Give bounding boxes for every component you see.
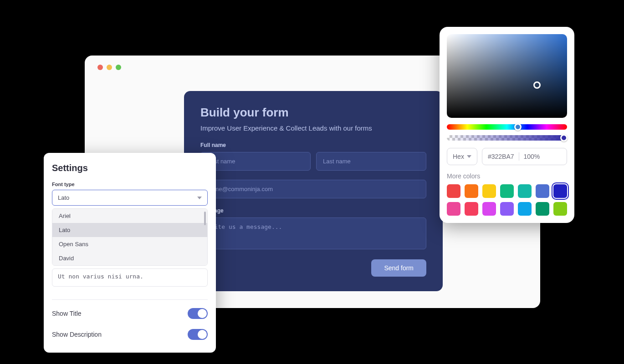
send-form-button[interactable]: Send form (371, 259, 426, 277)
hue-handle[interactable] (514, 123, 522, 131)
hex-divider (519, 152, 519, 161)
form-title: Build your form (200, 106, 426, 120)
swatch-grid (447, 184, 567, 216)
color-swatch[interactable] (465, 184, 478, 198)
color-swatch[interactable] (447, 202, 460, 216)
font-select-value: Lato (58, 194, 69, 201)
color-format-select[interactable]: Hex (447, 148, 477, 165)
color-saturation-field[interactable] (447, 34, 567, 118)
color-swatch[interactable] (553, 184, 567, 198)
show-description-label: Show Description (52, 331, 102, 338)
color-swatch[interactable] (553, 202, 567, 216)
color-swatch[interactable] (518, 184, 532, 198)
divider (52, 299, 208, 300)
settings-panel: Settings Font type Lato Ariel Lato Open … (44, 153, 216, 353)
firstname-input[interactable] (200, 152, 311, 171)
font-option[interactable]: Ariel (52, 209, 207, 223)
more-colors-label: More colors (447, 172, 567, 180)
color-swatch[interactable] (536, 202, 549, 216)
message-label: Message (200, 207, 426, 214)
font-option[interactable]: Open Sans (52, 237, 207, 251)
font-select[interactable]: Lato (52, 190, 208, 206)
font-type-label: Font type (52, 182, 208, 187)
fullname-label: Full name (200, 142, 426, 148)
color-swatch[interactable] (518, 202, 532, 216)
alpha-slider[interactable] (447, 135, 567, 141)
show-title-label: Show Title (52, 310, 82, 317)
color-picker-panel: Hex #322BA7 100% More colors (440, 27, 574, 223)
show-title-toggle[interactable] (188, 308, 208, 319)
lastname-input[interactable] (316, 152, 426, 171)
window-minimize-dot[interactable] (107, 65, 112, 70)
email-input[interactable] (200, 180, 426, 198)
alpha-value: 100% (524, 153, 540, 160)
color-swatch[interactable] (482, 184, 496, 198)
window-close-dot[interactable] (97, 65, 103, 70)
settings-title: Settings (52, 163, 208, 173)
alpha-handle[interactable] (560, 134, 568, 142)
color-swatch[interactable] (500, 184, 514, 198)
window-maximize-dot[interactable] (116, 65, 121, 70)
hue-slider[interactable] (447, 124, 567, 130)
color-swatch[interactable] (447, 184, 460, 198)
font-option[interactable]: Lato (52, 223, 207, 237)
form-preview: Build your form Improve User Experience … (184, 91, 443, 291)
font-dropdown: Ariel Lato Open Sans David (52, 208, 208, 266)
font-option[interactable]: David (52, 251, 207, 265)
hex-input-box[interactable]: #322BA7 100% (482, 148, 567, 165)
chevron-down-icon (197, 197, 202, 199)
color-swatch[interactable] (536, 184, 549, 198)
color-swatch[interactable] (500, 202, 514, 216)
show-description-toggle[interactable] (188, 329, 208, 340)
color-format-value: Hex (453, 153, 464, 160)
color-swatch[interactable] (465, 202, 478, 216)
hex-value: #322BA7 (488, 153, 514, 160)
color-swatch[interactable] (482, 202, 496, 216)
form-subtitle: Improve User Experience & Collect Leads … (200, 124, 426, 132)
dropdown-scrollbar[interactable] (204, 212, 206, 225)
message-textarea[interactable] (200, 217, 426, 249)
chevron-down-icon (467, 155, 471, 158)
color-field-handle[interactable] (533, 81, 541, 89)
sample-text-input[interactable]: Ut non varius nisi urna. (52, 268, 208, 287)
